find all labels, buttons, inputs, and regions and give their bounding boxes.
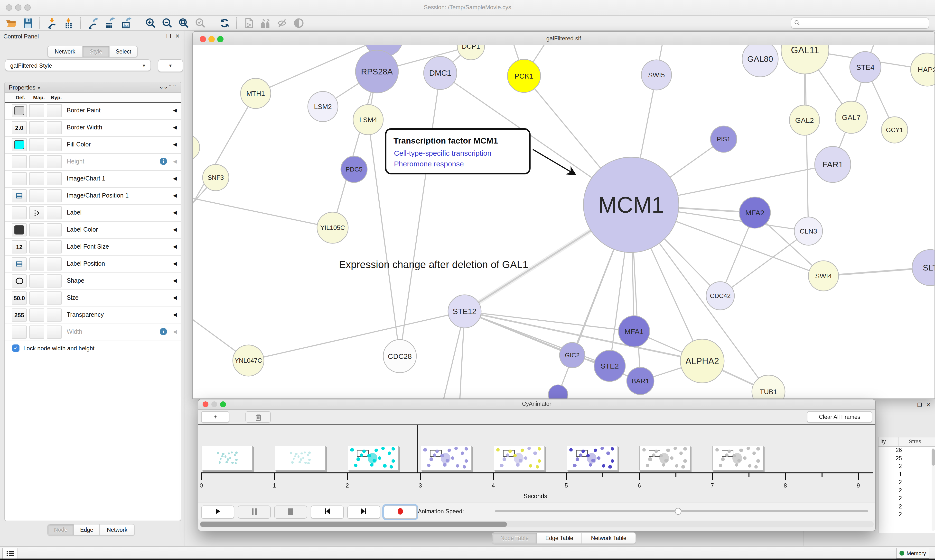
bypass-cell[interactable] bbox=[47, 291, 62, 305]
node-CDC42[interactable]: CDC42 bbox=[706, 282, 734, 310]
property-row-shape[interactable]: Shape◀ bbox=[5, 273, 181, 290]
expand-row-icon[interactable]: ◀ bbox=[173, 295, 177, 300]
default-cell[interactable]: 255 bbox=[12, 308, 27, 322]
table-row[interactable]: 2 bbox=[878, 479, 935, 487]
tab-node-table[interactable]: Node Table bbox=[492, 533, 537, 543]
expand-row-icon[interactable]: ◀ bbox=[173, 244, 177, 249]
task-history-button[interactable] bbox=[2, 548, 18, 559]
float-table-panel-icon[interactable]: ❐ bbox=[916, 402, 923, 408]
default-cell[interactable] bbox=[12, 223, 27, 237]
default-cell[interactable] bbox=[12, 274, 27, 288]
property-row-image-chart-1[interactable]: Image/Chart 1◀ bbox=[5, 171, 181, 188]
node-RPS28A[interactable]: RPS28A bbox=[355, 50, 398, 93]
mapping-cell[interactable] bbox=[29, 308, 44, 322]
property-row-image-chart-position-1[interactable]: Image/Chart Position 1◀ bbox=[5, 188, 181, 205]
bypass-cell[interactable] bbox=[47, 274, 62, 288]
bypass-cell[interactable] bbox=[47, 308, 62, 322]
table-scrollbar[interactable] bbox=[932, 448, 935, 531]
node-LSM2[interactable]: LSM2 bbox=[308, 91, 338, 122]
frame-thumbnail-4[interactable] bbox=[494, 446, 545, 471]
properties-header[interactable]: Properties bbox=[9, 84, 35, 91]
export-network-button[interactable] bbox=[85, 16, 101, 29]
node-STE2[interactable]: STE2 bbox=[594, 350, 625, 382]
mapping-cell[interactable] bbox=[29, 206, 44, 219]
mapping-cell[interactable] bbox=[29, 138, 44, 151]
property-row-width[interactable]: Widthi◀ bbox=[5, 324, 181, 341]
node-yEdge[interactable] bbox=[193, 135, 200, 160]
property-row-fill-color[interactable]: Fill Color◀ bbox=[5, 137, 181, 154]
tab-node[interactable]: Node bbox=[48, 525, 74, 535]
playhead[interactable] bbox=[417, 425, 418, 472]
tab-edge[interactable]: Edge bbox=[74, 525, 100, 535]
bypass-cell[interactable] bbox=[47, 206, 62, 219]
expand-row-icon[interactable]: ◀ bbox=[173, 175, 177, 181]
bypass-cell[interactable] bbox=[47, 240, 62, 254]
refresh-layout-button[interactable] bbox=[216, 16, 233, 29]
mapping-cell[interactable] bbox=[29, 240, 44, 254]
bypass-cell[interactable] bbox=[47, 189, 62, 202]
default-cell[interactable] bbox=[12, 172, 27, 185]
table-row[interactable]: 26 bbox=[878, 447, 935, 455]
default-cell[interactable]: 50.0 bbox=[12, 291, 27, 305]
node-STE4[interactable]: STE4 bbox=[850, 52, 881, 83]
node-GAL2[interactable]: GAL2 bbox=[789, 105, 819, 135]
default-cell[interactable]: 12 bbox=[12, 240, 27, 254]
node-BAR1[interactable]: BAR1 bbox=[627, 367, 654, 395]
property-row-size[interactable]: 50.0Size◀ bbox=[5, 290, 181, 307]
frame-thumbnail-3[interactable] bbox=[421, 446, 472, 471]
mapping-cell[interactable] bbox=[29, 155, 44, 168]
next-frame-button[interactable] bbox=[347, 506, 380, 518]
property-row-label[interactable]: Label◀ bbox=[5, 205, 181, 222]
mapping-cell[interactable] bbox=[29, 326, 44, 338]
expand-row-icon[interactable]: ◀ bbox=[173, 210, 177, 215]
tab-edge-table[interactable]: Edge Table bbox=[537, 533, 582, 543]
node-LSM4[interactable]: LSM4 bbox=[353, 105, 383, 135]
node-SWI4[interactable]: SWI4 bbox=[808, 261, 839, 291]
default-cell[interactable] bbox=[12, 155, 27, 168]
node-YIL105C[interactable]: YIL105C bbox=[317, 212, 348, 243]
node-HAP2[interactable]: HAP2 bbox=[911, 53, 935, 86]
default-cell[interactable] bbox=[12, 138, 27, 151]
tab-style[interactable]: Style bbox=[83, 46, 110, 57]
frame-thumbnail-2[interactable] bbox=[348, 446, 399, 471]
table-row[interactable]: 2 bbox=[878, 487, 935, 495]
node-MTH1[interactable]: MTH1 bbox=[241, 78, 271, 109]
bypass-cell[interactable] bbox=[47, 121, 62, 134]
collapse-all-icon[interactable]: ⌃⌃ bbox=[168, 84, 177, 90]
property-row-label-color[interactable]: Label Color◀ bbox=[5, 222, 181, 239]
expand-row-icon[interactable]: ◀ bbox=[173, 158, 177, 164]
bypass-cell[interactable] bbox=[47, 326, 62, 338]
tab-network-table[interactable]: Network Table bbox=[582, 533, 636, 543]
style-options-button[interactable]: ▼ bbox=[158, 59, 183, 72]
close-table-panel-icon[interactable]: ✕ bbox=[925, 402, 932, 408]
default-cell[interactable] bbox=[12, 104, 27, 117]
tab-select[interactable]: Select bbox=[110, 46, 137, 57]
frame-thumbnail-5[interactable] bbox=[566, 446, 618, 471]
tab-network[interactable]: Network bbox=[100, 525, 134, 535]
default-cell[interactable] bbox=[12, 189, 27, 202]
search-field[interactable] bbox=[791, 17, 929, 28]
node-GAL7[interactable]: GAL7 bbox=[835, 101, 867, 133]
zoom-in-button[interactable] bbox=[142, 16, 159, 29]
timeline-hscrollbar[interactable] bbox=[200, 521, 874, 528]
node-STE12[interactable]: STE12 bbox=[448, 295, 481, 328]
float-panel-icon[interactable]: ❐ bbox=[165, 33, 172, 39]
node-CDC28[interactable]: CDC28 bbox=[383, 340, 417, 373]
bypass-cell[interactable] bbox=[47, 172, 62, 185]
column-stres[interactable]: Stres bbox=[909, 438, 921, 444]
frame-thumbnail-0[interactable] bbox=[202, 446, 253, 471]
import-table-button[interactable] bbox=[60, 16, 77, 29]
table-row[interactable]: 2 bbox=[878, 463, 935, 471]
expand-row-icon[interactable]: ◀ bbox=[173, 329, 177, 334]
property-row-height[interactable]: Heighti◀ bbox=[5, 154, 181, 171]
export-table-button[interactable] bbox=[101, 16, 118, 29]
expand-all-icon[interactable]: ⌄⌄ bbox=[159, 84, 168, 90]
bypass-cell[interactable] bbox=[47, 257, 62, 271]
node-SLT[interactable]: SLT bbox=[912, 249, 935, 286]
node-SWI5[interactable]: SWI5 bbox=[641, 60, 671, 90]
annotation-link[interactable]: Cell-type-specific transcription bbox=[394, 149, 491, 157]
network-canvas[interactable]: DCP1RPS28ADMC1PCK1SWI5GAL80GAL11STE4HAP2… bbox=[193, 45, 935, 398]
node-GCY1[interactable]: GCY1 bbox=[881, 117, 908, 143]
expand-row-icon[interactable]: ◀ bbox=[173, 142, 177, 147]
slider-thumb[interactable] bbox=[675, 508, 681, 515]
